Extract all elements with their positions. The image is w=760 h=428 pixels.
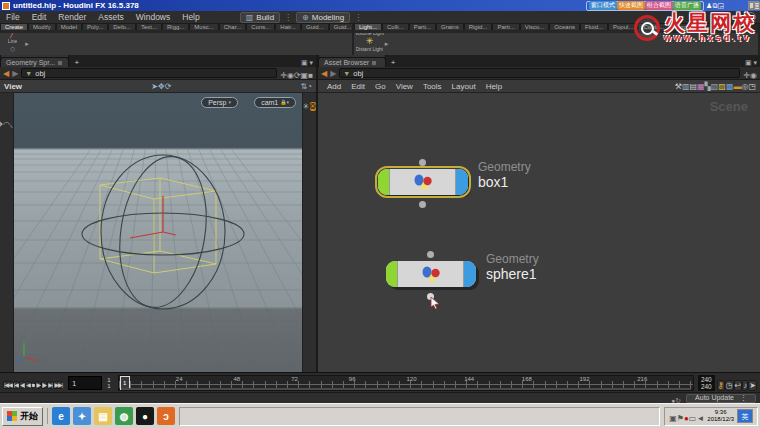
help-icon[interactable]: ? [746, 12, 756, 22]
menu-item[interactable]: File [0, 12, 26, 22]
view-menu[interactable]: View [4, 82, 22, 91]
shelf-tab[interactable]: Char... [219, 24, 247, 30]
taskbar-clock[interactable]: 9:362018/12/3 [707, 409, 734, 423]
node-name-label[interactable]: sphere1 [486, 266, 537, 282]
play-reverse-button[interactable]: ◀ [25, 381, 31, 389]
auto-key-icon[interactable]: ⚷ [717, 380, 725, 391]
node-name-label[interactable]: box1 [478, 174, 508, 190]
node-input-connector[interactable] [427, 251, 434, 258]
node-input-connector[interactable] [419, 159, 426, 166]
shelf-tab[interactable]: Grains [436, 24, 464, 30]
network-canvas[interactable]: Scene Geometry box1 [318, 93, 760, 372]
camera-badge[interactable]: cam1🔒▾ [254, 97, 296, 108]
network-menu-item[interactable]: Tools [418, 82, 447, 91]
shelf-overflow-icon[interactable]: ▸ [385, 40, 389, 48]
scene-path-field[interactable]: ▼ obj [21, 68, 277, 78]
node-box1[interactable] [378, 169, 468, 195]
shelf-tab[interactable]: Poly... [82, 24, 108, 30]
shelf-tab[interactable]: Model [56, 24, 82, 30]
network-menu-item[interactable]: Layout [447, 82, 481, 91]
range-start-fields[interactable]: 11 [104, 377, 113, 389]
network-menu-item[interactable]: Help [481, 82, 507, 91]
node-output-connector[interactable] [419, 201, 426, 208]
node-render-flag[interactable] [455, 169, 468, 195]
go-start-button[interactable]: |◀◀ [3, 381, 13, 389]
net-list-icon[interactable]: ▤ [689, 82, 697, 91]
shelf-tab[interactable]: Text... [136, 24, 162, 30]
shelf-tab[interactable]: Parti... [409, 24, 436, 30]
folder-icon[interactable]: ▤ [94, 407, 112, 425]
solo-icon[interactable]: ■ [308, 71, 313, 80]
viewhelp-icon[interactable]: ◔ [307, 82, 312, 91]
forward-icon[interactable]: ▶ [330, 69, 336, 78]
pin-icon[interactable]: ✛ [280, 71, 287, 80]
pane-tab[interactable]: Asset Browser [318, 57, 386, 67]
tab-menu-icon[interactable] [372, 61, 376, 65]
menu-item[interactable]: Render [52, 12, 92, 22]
shelf-tab[interactable]: Hair... [275, 24, 301, 30]
menu-item[interactable]: Windows [130, 12, 176, 22]
start-button[interactable]: 开始 [2, 407, 43, 426]
globe-icon[interactable]: ◍ [115, 407, 133, 425]
sync-icon[interactable]: ⟳ [294, 71, 301, 80]
network-menu-item[interactable]: View [391, 82, 418, 91]
shelf-tab[interactable]: Oceans [549, 24, 580, 30]
pin-icon[interactable]: ✛ [743, 71, 750, 80]
node-display-flag[interactable] [386, 261, 398, 287]
net-colors-icon[interactable]: ▦ [697, 82, 705, 91]
input-language-icon[interactable]: 英 [737, 409, 753, 423]
current-frame-field[interactable]: 1 [68, 376, 102, 390]
net-note-icon[interactable]: ▨ [718, 82, 726, 91]
shelf-tool[interactable]: ╱ Line [0, 33, 25, 44]
select-mode-icon[interactable]: ➤ [151, 82, 158, 91]
timeline-ruler[interactable]: 124487296120144168192216 1 [118, 375, 694, 391]
net-jump-icon[interactable]: ◳ [748, 82, 756, 91]
rec-quick-capture-button[interactable]: 快速截图 [617, 1, 645, 10]
add-pane-tab-icon[interactable]: + [70, 58, 83, 67]
houdini-icon[interactable]: ↄ [157, 407, 175, 425]
highquality-light-icon[interactable]: ✳ [303, 102, 310, 111]
shelf-tab[interactable]: Create [0, 24, 28, 30]
shelf-tool[interactable]: ✳ Distant Light [354, 36, 385, 52]
shelf-tab[interactable]: Parti... [492, 24, 519, 30]
shelf-tab[interactable]: Modify [28, 24, 56, 30]
tray-flag-icon[interactable]: ⚑ [677, 414, 684, 423]
node-render-flag[interactable] [463, 261, 476, 287]
node-display-flag[interactable] [378, 169, 390, 195]
tray-volume-icon[interactable]: ◄ [696, 414, 704, 423]
menu-item[interactable]: Assets [92, 12, 130, 22]
desktop-combo[interactable]: ▥ Build [240, 12, 280, 23]
update-mode-combo[interactable]: Auto Update ⋮ [686, 394, 756, 403]
world-icon[interactable]: ◉ [750, 71, 757, 80]
shelf-tab[interactable]: Colli... [382, 24, 409, 30]
timeline-scrollbar[interactable] [121, 388, 691, 390]
forward-icon[interactable]: ▶ [12, 69, 18, 78]
taskbar-empty-area[interactable] [179, 407, 660, 426]
go-end-button[interactable]: ▶▶| [53, 381, 63, 389]
rec-voice-broadcast-button[interactable]: 语音广播 [673, 1, 701, 10]
tray-camera-icon[interactable]: ▣ [669, 414, 677, 423]
shelf-tab[interactable]: Defo... [108, 24, 136, 30]
rec-projector-icon[interactable]: ◲ [717, 2, 724, 9]
shelf-tab[interactable]: Guid... [329, 24, 352, 30]
shelf-tab[interactable]: Conta... [638, 24, 669, 30]
net-tools-icon[interactable]: ⚒ [675, 82, 682, 91]
network-menu-item[interactable]: Edit [346, 82, 370, 91]
shelf-tab[interactable]: Rigg... [162, 24, 189, 30]
shelf-tab[interactable]: Rigid... [464, 24, 493, 30]
menu-item[interactable]: Help [176, 12, 205, 22]
playbar-options-icon[interactable]: ➤ [748, 380, 757, 391]
viewport-3d[interactable]: Persp▾ cam1🔒▾ [14, 93, 302, 372]
network-path-field[interactable]: ▼ obj [339, 68, 740, 78]
shelf-tab[interactable]: Popul... [608, 24, 638, 30]
realtime-icon[interactable]: ◷ [725, 380, 734, 391]
shelf-tab[interactable]: Light... [354, 24, 382, 30]
shelf-tab[interactable]: Visco... [520, 24, 550, 30]
title-bar[interactable]: untitled.hip - Houdini FX 16.5.378 窗口模式快… [0, 0, 760, 11]
rec-scene-capture-button[interactable]: 组合截图 [645, 1, 673, 10]
back-icon[interactable]: ◀ [321, 69, 327, 78]
add-pane-tab-icon[interactable]: + [387, 58, 400, 67]
world-icon[interactable]: ◉ [287, 71, 294, 80]
shelf-tool[interactable]: ○ Circle [0, 44, 25, 55]
range-end-fields[interactable]: 240240 [698, 375, 715, 391]
